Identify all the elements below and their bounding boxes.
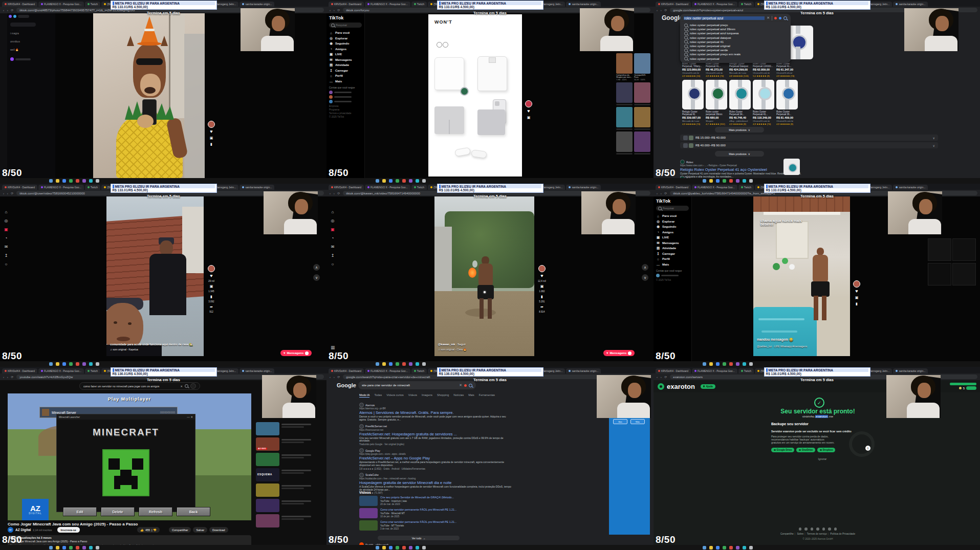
sidebar-menu-item[interactable]: ▣LIVE: [656, 235, 689, 240]
browser-tab[interactable]: KRVDoIK4 - Dashboard: [329, 2, 364, 7]
next-video-button[interactable]: ∨: [313, 274, 320, 281]
search-suggestion[interactable]: rolex oyster perpetual original: [680, 44, 791, 48]
exaroton-brand[interactable]: exaroton: [667, 383, 695, 390]
see-all-button[interactable]: Ver tudo→: [378, 536, 460, 540]
search-result[interactable]: ScalaCube https://scalacube.com › free ›…: [359, 473, 513, 495]
like-icon[interactable]: ♥: [540, 274, 543, 278]
result-title-link[interactable]: FreeMcServer.net – Apps no Google Play: [359, 456, 513, 460]
sidebar-menu-item[interactable]: ✉Mensagens: [329, 57, 362, 63]
sidebar-menu-item[interactable]: ⌂Para você: [656, 213, 689, 219]
taskbar-icon[interactable]: [409, 362, 412, 366]
taskbar-icon[interactable]: [389, 362, 393, 366]
sidebar-menu-item[interactable]: ▤Atividade: [329, 62, 362, 68]
taskbar-icon[interactable]: [56, 546, 59, 549]
notification-badge[interactable]: 1: [865, 446, 870, 451]
search-suggestion[interactable]: rolex oyster perpetual: [680, 57, 791, 61]
browser-tab[interactable]: Twitch: [738, 368, 754, 373]
product-card[interactable]: Rolex Oyster Perpetual 41...R$ 46.273,00…: [706, 62, 727, 77]
clear-icon[interactable]: ✕: [181, 385, 183, 388]
taskbar-icon[interactable]: [709, 546, 713, 549]
taskbar-icon[interactable]: [409, 546, 412, 549]
browser-tab[interactable]: KRVDoIK4 - Dashboard: [329, 185, 364, 190]
tiktok-icon[interactable]: [816, 527, 819, 531]
previous-video-button[interactable]: ∧: [313, 264, 320, 271]
taskbar-icon[interactable]: [56, 362, 59, 366]
browser-tab[interactable]: Twitch: [85, 185, 100, 190]
sidebar-menu-item[interactable]: ↥Carregar: [656, 251, 689, 257]
live-icon[interactable]: ▣: [331, 227, 335, 232]
live-icon[interactable]: ▣: [4, 227, 8, 232]
taskbar-icon[interactable]: [389, 179, 393, 183]
taskbar-icon[interactable]: [89, 546, 93, 549]
sidebar-menu-item[interactable]: ▣LIVE: [329, 52, 362, 57]
twitter-icon[interactable]: [822, 527, 825, 531]
suggested-video[interactable]: AO VIVO: [256, 437, 313, 451]
creator-avatar[interactable]: [208, 265, 215, 272]
friends-icon[interactable]: ◔: [5, 236, 8, 240]
browser-tab[interactable]: samba karaoke origin...: [239, 185, 274, 190]
like-icon[interactable]: ♥: [210, 274, 212, 278]
suggested-video[interactable]: ESQUEMA: [256, 468, 313, 481]
browser-tab[interactable]: KRVDoIK4 - Dashboard: [656, 368, 691, 373]
panel-pill[interactable]: [18, 15, 29, 18]
bookmark-icon[interactable]: ▮: [210, 142, 212, 146]
clear-icon[interactable]: ✕: [459, 383, 462, 387]
filter-tab[interactable]: Mais: [468, 393, 474, 398]
creator-avatar[interactable]: [538, 265, 546, 272]
video-result[interactable]: Crie seu próprio Servidor de Minecraft d…: [359, 496, 513, 506]
product-card[interactable]: Rolex Oyster Perpetual 34...R$ 40.746,40…: [729, 80, 751, 125]
taskbar-icon[interactable]: [56, 179, 59, 183]
taskbar-icon[interactable]: [396, 179, 399, 183]
mic-icon[interactable]: [774, 17, 777, 19]
minecraft-button[interactable]: Edit: [63, 507, 97, 516]
sidebar-menu-item[interactable]: ⌂Para você: [329, 30, 362, 36]
profile-icon[interactable]: ○: [5, 262, 8, 267]
minecraft-launcher-window[interactable]: Minecraft Launcher— ✕ MINECRAFT: [56, 414, 195, 512]
github-icon[interactable]: [834, 527, 837, 531]
survey-yes-button[interactable]: Sim: [613, 419, 627, 424]
taskbar-icon[interactable]: [736, 546, 739, 549]
taskbar-icon[interactable]: [382, 179, 386, 183]
sidebar-menu-item[interactable]: ◉Seguindo: [656, 224, 689, 230]
video-thumbnail[interactable]: [616, 107, 633, 130]
taskbar-icon[interactable]: [82, 546, 86, 549]
filter-tab[interactable]: Ferramentas: [479, 393, 495, 398]
taskbar-icon[interactable]: [416, 179, 419, 183]
search-suggestion[interactable]: rolex oyster perpetual verde: [680, 48, 791, 52]
taskbar-icon[interactable]: [62, 179, 66, 183]
minecraft-button[interactable]: Delete: [101, 507, 135, 516]
mic-icon[interactable]: [190, 383, 196, 389]
suggested-video[interactable]: [256, 453, 313, 466]
sidebar-menu-item[interactable]: ○Perfil: [329, 73, 362, 79]
browser-tab[interactable]: samba karaoke origin...: [566, 368, 601, 373]
help-button[interactable]: Ajuda: [701, 384, 715, 389]
search-suggestion[interactable]: rolex oyster perpetual preço em reais: [680, 52, 791, 56]
filter-tab[interactable]: Modo IA: [359, 393, 369, 398]
taskbar-icon[interactable]: [69, 362, 73, 366]
filter-tab[interactable]: Vídeos: [408, 393, 417, 398]
browser-tab[interactable]: KRVDoIK4 - Dashboard: [2, 368, 37, 373]
browser-tab[interactable]: FLAMENGO X - Pesquisa Goo...: [365, 2, 410, 7]
browser-tab[interactable]: KRVDoIK4 - Dashboard: [329, 368, 364, 373]
video-thumbnail[interactable]: Comprinhas da Shopee por mes...7,9M · 10…: [616, 53, 633, 81]
window-controls[interactable]: — ✕: [187, 415, 193, 419]
comment-icon[interactable]: ▣: [855, 295, 859, 300]
upload-icon[interactable]: ↥: [5, 253, 8, 258]
taskbar-icon[interactable]: [62, 362, 66, 366]
video-player[interactable]: Play Multiplayer Minecraft Server 00000/…: [8, 393, 251, 520]
followed-account[interactable]: [329, 99, 362, 104]
taskbar-icon[interactable]: [89, 179, 93, 183]
taskbar-icon[interactable]: [376, 362, 379, 366]
sidebar-menu-item[interactable]: ◔Amigos: [329, 47, 362, 52]
taskbar-icon[interactable]: [743, 546, 746, 549]
browser-tab[interactable]: FLAMENGO X - Pesquisa Goo...: [38, 185, 84, 190]
taskbar-icon[interactable]: [396, 362, 399, 366]
messages-icon[interactable]: ✉: [5, 245, 8, 249]
search-icon[interactable]: [783, 16, 787, 20]
result-title-link[interactable]: FreeMcServer.net: Hospedagem gratuita de…: [359, 432, 513, 436]
taskbar-icon[interactable]: [389, 546, 393, 549]
taskbar-icon[interactable]: [422, 546, 426, 549]
taskbar-icon[interactable]: [69, 179, 73, 183]
suggested-video[interactable]: [256, 514, 313, 527]
video-thumbnail[interactable]: [634, 107, 650, 130]
